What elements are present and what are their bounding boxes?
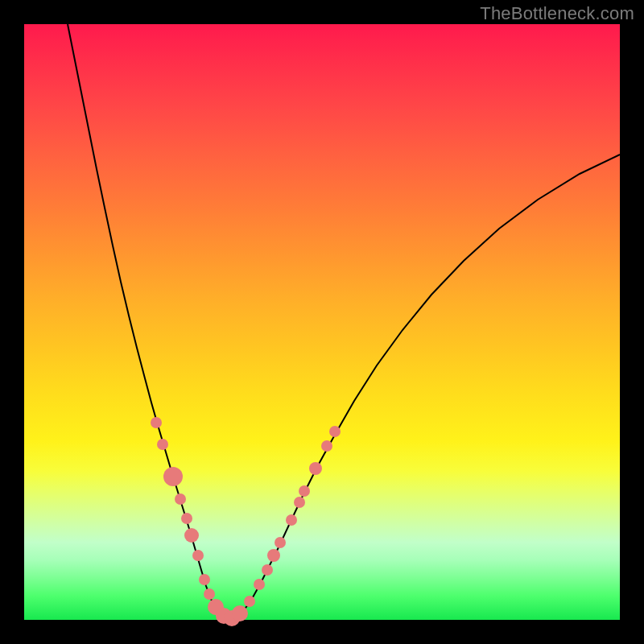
- data-marker: [309, 462, 322, 475]
- chart-frame: TheBottleneck.com: [0, 0, 644, 644]
- chart-plot-area: [24, 24, 620, 620]
- data-marker: [181, 513, 192, 524]
- data-marker: [157, 439, 168, 450]
- watermark-text: TheBottleneck.com: [480, 3, 634, 24]
- data-marker: [163, 467, 183, 486]
- data-marker: [204, 588, 215, 600]
- data-marker: [151, 417, 162, 428]
- data-marker: [275, 537, 286, 548]
- curve-group: [68, 24, 620, 619]
- data-marker: [286, 514, 297, 526]
- data-marker: [329, 426, 341, 437]
- data-marker: [299, 485, 310, 497]
- data-marker: [262, 564, 273, 576]
- data-marker: [267, 549, 280, 562]
- data-marker: [254, 579, 265, 590]
- data-marker: [175, 493, 186, 505]
- data-marker: [244, 596, 255, 607]
- data-marker: [232, 605, 248, 621]
- curve-right: [230, 155, 620, 619]
- data-marker: [192, 550, 204, 561]
- data-marker: [184, 528, 199, 543]
- data-marker: [199, 574, 210, 585]
- curve-left: [68, 24, 230, 619]
- data-marker: [321, 440, 332, 452]
- chart-svg: [24, 24, 620, 620]
- marker-group: [151, 417, 341, 626]
- data-marker: [294, 497, 305, 508]
